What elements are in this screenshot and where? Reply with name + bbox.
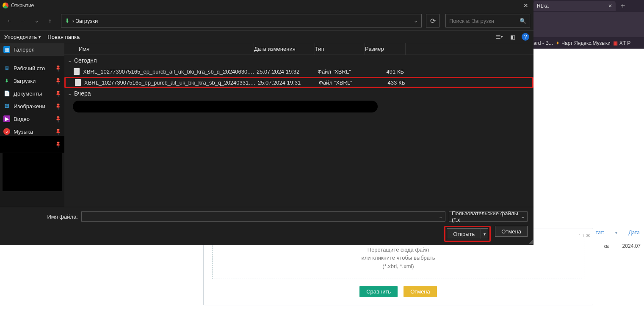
titlebar: Открытие ✕ <box>0 0 533 11</box>
resize-grip[interactable]: ◢ <box>529 238 533 244</box>
sidebar-item-video[interactable]: ▶ Видео 📌 <box>0 112 64 125</box>
preview-pane-button[interactable]: ◧ <box>508 32 517 41</box>
close-icon[interactable]: ✕ <box>608 3 612 9</box>
search-box[interactable]: 🔍 <box>445 14 530 27</box>
chrome-icon <box>3 3 8 8</box>
pin-icon: 📌 <box>54 127 62 135</box>
col-date[interactable]: Дата изменения <box>254 43 315 55</box>
file-open-dialog: Открытие ✕ ← → ⌄ ↑ ⬇ › Загрузки ⌄ ⟳ 🔍 Уп… <box>0 0 533 245</box>
cancel-button[interactable]: Отмена <box>495 226 528 237</box>
location-label: Загрузки <box>76 18 98 24</box>
sidebar: ▦ Галерея 🖥 Рабочий сто 📌 ⬇ Загрузки 📌 📄… <box>0 43 64 207</box>
bookmark-item[interactable]: ✦Чарт Яндекс.Музыки <box>556 40 611 46</box>
column-headers[interactable]: Имя Дата изменения Тип Размер <box>64 43 533 55</box>
file-icon <box>74 68 80 75</box>
file-list[interactable]: ⌄ Сегодня XBRL_1027739075165_ep_purcb_ai… <box>64 55 533 207</box>
redacted-row <box>73 101 378 112</box>
pin-icon: 📌 <box>54 115 62 123</box>
tab-label: RLka <box>537 3 549 9</box>
download-icon: ⬇ <box>3 77 10 84</box>
document-icon: 📄 <box>3 90 10 97</box>
sidebar-item-documents[interactable]: 📄 Документы 📌 <box>0 87 64 100</box>
browser-tab[interactable]: RLka ✕ <box>533 1 616 11</box>
col-type[interactable]: Тип <box>315 43 365 55</box>
group-header[interactable]: ⌄ Вчера <box>64 88 533 99</box>
pin-icon: 📌 <box>54 89 62 97</box>
recent-dropdown[interactable]: ⌄ <box>30 15 42 27</box>
open-split-button[interactable]: ▾ <box>481 228 488 239</box>
address-bar[interactable]: ⬇ › Загрузки ⌄ <box>61 14 422 27</box>
nav-row: ← → ⌄ ↑ ⬇ › Загрузки ⌄ ⟳ 🔍 <box>0 11 533 30</box>
file-pane: Имя Дата изменения Тип Размер ⌄ Сегодня … <box>64 43 533 207</box>
table-header-fragment: тат: ▾ Дата <box>596 230 640 236</box>
sidebar-item-downloads[interactable]: ⬇ Загрузки 📌 <box>0 74 64 87</box>
file-icon <box>75 79 81 86</box>
chevron-down-icon: ⌄ <box>521 214 525 219</box>
new-tab-button[interactable]: + <box>621 2 625 11</box>
col-name[interactable]: Имя <box>76 43 254 55</box>
back-button[interactable]: ← <box>3 15 15 27</box>
open-button-highlight: Открыть ▾ <box>444 226 491 242</box>
view-mode-button[interactable]: ☰ ▾ <box>495 32 504 41</box>
open-button[interactable]: Открыть <box>447 228 481 239</box>
bookmark-item[interactable]: ▣XT P <box>613 40 630 46</box>
filename-input[interactable]: ⌄ <box>81 211 445 222</box>
col-size[interactable]: Размер <box>365 43 406 55</box>
music-icon: ♪ <box>3 128 10 135</box>
pin-icon: 📌 <box>54 77 62 85</box>
chevron-down-icon: ▾ <box>39 35 41 39</box>
pin-icon: 📌 <box>54 64 62 72</box>
filetype-filter[interactable]: Пользовательские файлы (*.x ⌄ <box>449 211 528 222</box>
refresh-button[interactable]: ⟳ <box>426 14 439 27</box>
sidebar-item-desktop[interactable]: 🖥 Рабочий сто 📌 <box>0 62 64 74</box>
cancel-button[interactable]: Отмена <box>404 286 437 297</box>
gallery-icon: ▦ <box>3 46 10 53</box>
compare-button[interactable]: Сравнить <box>359 286 398 297</box>
search-icon: 🔍 <box>520 18 526 24</box>
file-row[interactable]: XBRL_1027739075165_ep_purcb_aif_uk_bki_k… <box>64 77 533 88</box>
filename-label: Имя файла: <box>6 214 78 220</box>
organize-menu[interactable]: Упорядочить ▾ <box>4 34 41 40</box>
chevron-down-icon: ⌄ <box>68 58 72 63</box>
sidebar-item-gallery[interactable]: ▦ Галерея <box>0 43 64 56</box>
dialog-title: Открытие <box>11 3 34 8</box>
search-input[interactable] <box>449 18 517 24</box>
image-icon: 🖼 <box>3 103 10 110</box>
up-button[interactable]: ↑ <box>44 15 56 27</box>
desktop-icon: 🖥 <box>3 65 10 71</box>
chevron-down-icon[interactable]: ⌄ <box>414 18 418 24</box>
sort-icon[interactable]: ▾ <box>615 230 617 235</box>
bottom-bar: Имя файла: ⌄ Пользовательские файлы (*.x… <box>0 207 533 245</box>
chevron-down-icon: ⌄ <box>68 91 72 96</box>
file-row[interactable]: XBRL_1027739075165_ep_purcb_aif_uk_bki_k… <box>64 66 533 77</box>
close-icon[interactable]: ✕ <box>521 2 531 9</box>
table-row-fragment: ка 2024.07 <box>603 243 641 249</box>
chevron-down-icon[interactable]: ⌄ <box>439 214 442 219</box>
download-icon: ⬇ <box>65 17 70 24</box>
bookmark-item[interactable]: ard - B... <box>533 40 553 46</box>
video-icon: ▶ <box>3 115 10 122</box>
new-folder-button[interactable]: Новая папка <box>47 34 80 40</box>
pin-icon: 📌 <box>54 102 62 110</box>
group-header[interactable]: ⌄ Сегодня <box>64 55 533 66</box>
sidebar-item-redacted[interactable]: 📌 <box>0 138 64 151</box>
sidebar-item-images[interactable]: 🖼 Изображени 📌 <box>0 100 64 112</box>
forward-button[interactable]: → <box>17 15 29 27</box>
toolbar: Упорядочить ▾ Новая папка ☰ ▾ ◧ ? <box>0 30 533 43</box>
help-icon[interactable]: ? <box>522 33 529 41</box>
